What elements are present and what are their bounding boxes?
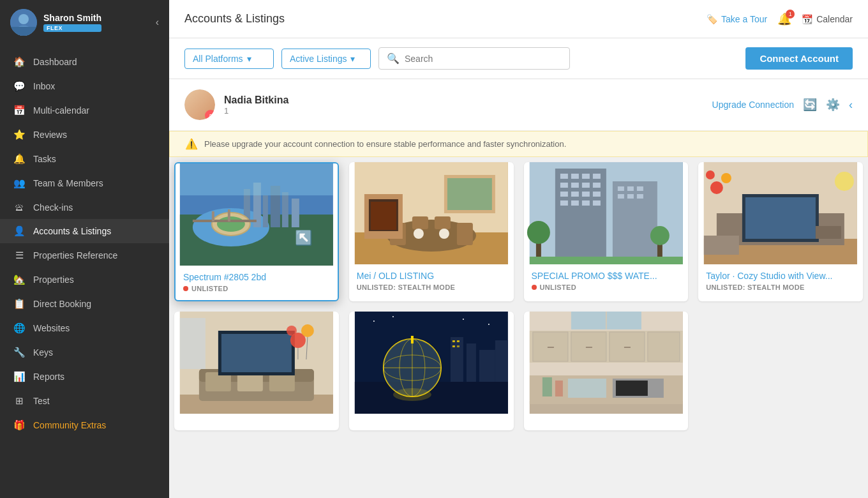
search-icon: 🔍: [387, 52, 400, 64]
svg-rect-54: [617, 186, 624, 191]
notifications-button[interactable]: 🔔 1: [777, 12, 791, 26]
sidebar-item-label: Check-ins: [33, 202, 73, 213]
account-section: a Nadia Bitkina 1 Upgrade Connection 🔄 ⚙…: [169, 79, 868, 157]
filter-bar: All Platforms ▾ Active Listings ▾ 🔍 Conn…: [169, 38, 868, 79]
svg-point-63: [650, 226, 669, 245]
warning-text: Please upgrade your account connection t…: [204, 139, 566, 149]
svg-rect-42: [571, 183, 578, 188]
sidebar-item-reports[interactable]: 📊 Reports: [0, 365, 169, 389]
svg-point-1: [19, 14, 29, 24]
svg-rect-134: [555, 381, 562, 396]
sidebar-item-label: Direct Booking: [33, 299, 91, 309]
tour-emoji-icon: 🏷️: [707, 14, 717, 24]
sidebar-item-reviews[interactable]: ⭐ Reviews: [0, 123, 169, 147]
search-input[interactable]: [405, 54, 562, 64]
sidebar-item-label: Tasks: [33, 154, 56, 164]
sidebar-item-inbox[interactable]: 💬 Inbox: [0, 74, 169, 98]
warning-icon: ⚠️: [185, 138, 198, 150]
svg-rect-16: [212, 211, 214, 222]
listing-name: Mei / OLD LISTING: [357, 271, 506, 281]
sidebar-item-check-ins[interactable]: 🛎 Check-ins: [0, 195, 169, 219]
listing-filter[interactable]: Active Listings ▾: [281, 49, 371, 69]
notification-badge: 1: [786, 10, 795, 19]
sidebar-item-multi-calendar[interactable]: 📅 Multi-calendar: [0, 98, 169, 123]
checkins-icon: 🛎: [13, 202, 26, 213]
listing-card[interactable]: SPECIAL PROMO $$$ WATE... UNLISTED: [524, 162, 689, 301]
sidebar-item-community-extras[interactable]: 🎁 Community Extras: [0, 413, 169, 437]
sidebar-item-label: Properties: [33, 275, 74, 285]
svg-rect-37: [560, 174, 567, 179]
sidebar-item-keys[interactable]: 🔧 Keys: [0, 340, 169, 365]
svg-rect-23: [447, 178, 492, 210]
svg-point-61: [527, 221, 550, 244]
listing-card[interactable]: [174, 312, 339, 430]
topbar-actions: 🏷️ Take a Tour 🔔 1 📆 Calendar: [707, 12, 853, 26]
sidebar-item-websites[interactable]: 🌐 Websites: [0, 316, 169, 340]
sidebar-item-label: Inbox: [33, 81, 55, 91]
svg-rect-53: [612, 181, 657, 261]
refresh-icon[interactable]: 🔄: [803, 98, 817, 112]
team-icon: 👥: [13, 177, 26, 189]
svg-rect-45: [560, 192, 567, 197]
tasks-icon: 🔔: [13, 153, 26, 165]
page-title: Accounts & Listings: [184, 12, 285, 26]
svg-rect-88: [221, 334, 292, 372]
status-text: UNLISTED: [191, 285, 228, 292]
sidebar-item-test[interactable]: ⊞ Test: [0, 389, 169, 413]
sidebar-item-properties-reference[interactable]: ☰ Properties Reference: [0, 243, 169, 268]
take-a-tour-button[interactable]: 🏷️ Take a Tour: [707, 14, 767, 24]
listing-status: UNLISTED: [532, 283, 681, 291]
svg-rect-39: [581, 174, 589, 179]
sidebar-item-label: Reports: [33, 372, 64, 382]
listing-info: Mei / OLD LISTING UNLISTED: STEALTH MODE: [349, 264, 514, 299]
listing-card[interactable]: Taylor · Cozy Studio with View... UNLIST…: [698, 162, 863, 301]
listing-image-container: [524, 312, 689, 414]
sidebar-item-tasks[interactable]: 🔔 Tasks: [0, 147, 169, 171]
sidebar-item-direct-booking[interactable]: 📋 Direct Booking: [0, 292, 169, 316]
svg-rect-33: [371, 202, 396, 230]
websites-icon: 🌐: [13, 322, 26, 334]
sidebar-toggle-icon[interactable]: ‹: [156, 17, 159, 28]
svg-point-74: [706, 170, 715, 179]
search-box[interactable]: 🔍: [378, 47, 570, 70]
properties-ref-icon: ☰: [13, 250, 26, 261]
listing-card[interactable]: ↖️ Spectrum #2805 2bd UNLISTED: [174, 162, 339, 301]
upgrade-connection-button[interactable]: Upgrade Connection: [712, 100, 794, 110]
content-area: a Nadia Bitkina 1 Upgrade Connection 🔄 ⚙…: [169, 79, 868, 498]
listing-card[interactable]: [349, 312, 514, 430]
sidebar-item-label: Properties Reference: [33, 250, 117, 260]
calendar-label: Calendar: [816, 14, 853, 24]
sidebar-item-team-members[interactable]: 👥 Team & Members: [0, 171, 169, 195]
sidebar-user[interactable]: Sharon Smith FLEX: [10, 9, 101, 36]
listing-info: Spectrum #2805 2bd UNLISTED: [176, 266, 338, 300]
direct-booking-icon: 📋: [13, 298, 26, 310]
listing-image-container: [349, 162, 514, 264]
svg-rect-103: [453, 345, 455, 347]
platform-filter[interactable]: All Platforms ▾: [184, 49, 274, 69]
sidebar-item-accounts-listings[interactable]: 👤 Accounts & Listings: [0, 219, 169, 243]
svg-point-30: [439, 229, 449, 239]
sidebar-item-label: Reviews: [33, 130, 67, 140]
svg-rect-9: [263, 195, 268, 227]
svg-point-116: [488, 324, 490, 325]
svg-rect-76: [816, 226, 841, 239]
svg-rect-126: [647, 332, 679, 361]
settings-icon[interactable]: ⚙️: [826, 98, 840, 112]
svg-rect-52: [592, 200, 600, 206]
connect-account-button[interactable]: Connect Account: [745, 47, 853, 70]
properties-icon: 🏡: [13, 274, 26, 285]
listing-card[interactable]: [524, 312, 689, 430]
account-info: Nadia Bitkina 1: [224, 94, 712, 116]
listing-card[interactable]: Mei / OLD LISTING UNLISTED: STEALTH MODE: [349, 162, 514, 301]
sidebar-item-properties[interactable]: 🏡 Properties: [0, 268, 169, 292]
svg-rect-43: [581, 183, 589, 188]
svg-rect-18: [180, 163, 333, 195]
chevron-left-icon[interactable]: ‹: [849, 98, 853, 112]
keys-icon: 🔧: [13, 347, 26, 358]
calendar-button[interactable]: 📆 Calendar: [802, 14, 853, 24]
avatar: [10, 9, 37, 36]
listing-status: UNLISTED: [183, 285, 330, 292]
sidebar-item-dashboard[interactable]: 🏠 Dashboard: [0, 50, 169, 74]
tour-label: Take a Tour: [721, 14, 767, 24]
svg-point-114: [393, 316, 394, 317]
